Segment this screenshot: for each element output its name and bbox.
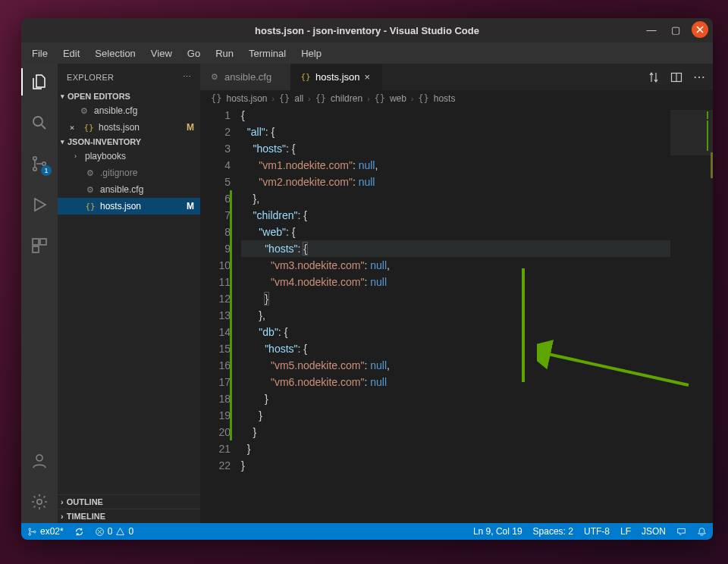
- status-sync[interactable]: [74, 527, 84, 537]
- svg-rect-4: [33, 239, 39, 245]
- sync-icon: [74, 527, 84, 537]
- breadcrumb-item[interactable]: all: [294, 93, 303, 104]
- breadcrumb-item[interactable]: hosts: [434, 93, 456, 104]
- svg-point-2: [33, 168, 36, 171]
- close-editor-icon[interactable]: ×: [67, 123, 77, 133]
- open-editor-hosts-json[interactable]: × {} hosts.json M: [58, 119, 200, 136]
- minimap[interactable]: [670, 107, 713, 523]
- outline-label: OUTLINE: [67, 497, 103, 506]
- menu-selection[interactable]: Selection: [89, 46, 141, 61]
- warning-icon: [115, 527, 125, 537]
- svg-point-11: [29, 528, 31, 530]
- activity-search[interactable]: [21, 109, 58, 136]
- gear-file-icon: ⚙: [79, 106, 89, 116]
- timeline-label: TIMELINE: [67, 512, 105, 521]
- gear-file-icon: ⚙: [85, 185, 96, 195]
- file-ansible-cfg[interactable]: ⚙ ansible.cfg: [58, 181, 200, 198]
- timeline-header[interactable]: › TIMELINE: [58, 509, 200, 523]
- breadcrumb-item[interactable]: hosts.json: [226, 93, 267, 104]
- svg-point-12: [29, 533, 31, 535]
- svg-point-0: [33, 117, 42, 126]
- workspace-header[interactable]: ▾ JSON-INVENTORY: [58, 136, 200, 148]
- file-gitignore[interactable]: ⚙ .gitignore: [58, 164, 200, 181]
- error-count: 0: [108, 526, 113, 537]
- status-encoding[interactable]: UTF-8: [584, 526, 610, 537]
- close-icon: [695, 25, 704, 34]
- breadcrumb-item[interactable]: web: [390, 93, 406, 104]
- status-branch[interactable]: ex02*: [27, 526, 64, 537]
- chevron-down-icon: ▾: [61, 138, 64, 146]
- maximize-button[interactable]: ▢: [667, 21, 684, 38]
- chevron-right-icon: ›: [411, 95, 413, 103]
- open-editor-ansible-cfg[interactable]: ⚙ ansible.cfg: [58, 102, 200, 119]
- status-eol[interactable]: LF: [620, 526, 631, 537]
- open-editors-label: OPEN EDITORS: [67, 92, 130, 101]
- sidebar: EXPLORER ⋯ ▾ OPEN EDITORS ⚙ ansible.cfg …: [58, 64, 200, 523]
- open-editor-label: hosts.json: [99, 122, 140, 133]
- activity-debug[interactable]: [21, 191, 58, 218]
- code-content[interactable]: { "all": { "hosts": { "vm1.nodekite.com"…: [241, 107, 713, 523]
- menu-file[interactable]: File: [26, 46, 54, 61]
- activity-accounts[interactable]: [21, 447, 58, 475]
- svg-point-13: [33, 531, 36, 533]
- file-label: ansible.cfg: [100, 184, 143, 195]
- chevron-right-icon: ›: [271, 95, 274, 103]
- code-editor[interactable]: 12345678910111213141516171819202122 { "a…: [200, 107, 713, 523]
- close-button[interactable]: [692, 21, 708, 38]
- window-title: hosts.json - json-inventory - Visual Stu…: [21, 25, 713, 36]
- status-language[interactable]: JSON: [642, 526, 666, 537]
- branch-name: ex02*: [40, 526, 64, 537]
- breadcrumb[interactable]: {} hosts.json › {} all › {} children › {…: [200, 90, 713, 107]
- menu-run[interactable]: Run: [209, 46, 240, 61]
- status-feedback[interactable]: [676, 527, 686, 537]
- breadcrumb-item[interactable]: children: [331, 93, 362, 104]
- error-icon: [95, 527, 105, 537]
- vscode-window: hosts.json - json-inventory - Visual Stu…: [21, 18, 713, 540]
- warning-count: 0: [128, 526, 133, 537]
- status-spaces[interactable]: Spaces: 2: [533, 526, 573, 537]
- menu-edit[interactable]: Edit: [57, 46, 86, 61]
- menubar: File Edit Selection View Go Run Terminal…: [21, 42, 713, 64]
- files-icon: [30, 73, 49, 91]
- activity-extensions[interactable]: [21, 232, 58, 259]
- braces-icon: {}: [315, 93, 326, 104]
- menu-view[interactable]: View: [145, 46, 178, 61]
- menu-terminal[interactable]: Terminal: [243, 46, 292, 61]
- extensions-icon: [30, 237, 49, 255]
- json-file-icon: {}: [300, 72, 311, 82]
- braces-icon: {}: [374, 93, 384, 104]
- editor-actions: ⋯: [648, 64, 713, 90]
- tab-hosts-json[interactable]: {} hosts.json ×: [291, 64, 382, 90]
- status-cursor[interactable]: Ln 9, Col 19: [473, 526, 522, 537]
- tab-ansible-cfg[interactable]: ⚙ ansible.cfg: [200, 64, 291, 90]
- menu-help[interactable]: Help: [295, 46, 328, 61]
- close-tab-icon[interactable]: ×: [365, 71, 371, 83]
- status-problems[interactable]: 0 0: [95, 526, 133, 537]
- svg-rect-5: [40, 239, 46, 245]
- activity-scm[interactable]: 1: [21, 150, 58, 177]
- braces-icon: {}: [279, 93, 290, 104]
- activity-settings[interactable]: [21, 488, 58, 515]
- more-actions-icon[interactable]: ⋯: [693, 70, 705, 84]
- minimize-button[interactable]: —: [643, 21, 660, 38]
- chevron-right-icon: ›: [367, 95, 369, 103]
- chevron-right-icon: ›: [61, 512, 64, 521]
- gear-icon: [30, 493, 49, 511]
- workspace-tree: › playbooks ⚙ .gitignore ⚙ ansible.cfg {…: [58, 148, 200, 215]
- activity-explorer[interactable]: [21, 68, 58, 96]
- open-editors-header[interactable]: ▾ OPEN EDITORS: [58, 90, 200, 102]
- folder-playbooks[interactable]: › playbooks: [58, 148, 200, 164]
- split-editor-icon[interactable]: [670, 71, 682, 83]
- sidebar-header: EXPLORER ⋯: [58, 64, 200, 90]
- sidebar-more-icon[interactable]: ⋯: [183, 72, 191, 82]
- workspace-label: JSON-INVENTORY: [67, 137, 141, 146]
- status-bell[interactable]: [697, 527, 707, 537]
- outline-header[interactable]: › OUTLINE: [58, 494, 200, 509]
- menu-go[interactable]: Go: [181, 46, 206, 61]
- file-hosts-json[interactable]: {} hosts.json M: [58, 198, 200, 215]
- tab-label: ansible.cfg: [224, 71, 271, 83]
- compare-changes-icon[interactable]: [648, 71, 660, 83]
- braces-icon: {}: [418, 93, 428, 104]
- chevron-right-icon: ›: [61, 497, 64, 506]
- window-controls: — ▢: [643, 21, 708, 38]
